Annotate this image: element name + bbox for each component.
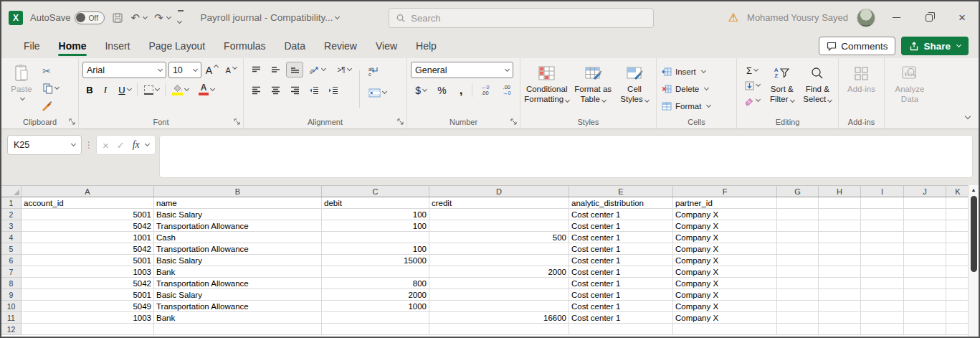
vertical-scrollbar[interactable]: ▲ bbox=[968, 185, 979, 337]
paste-button[interactable]: Paste bbox=[5, 62, 38, 116]
cell-K3[interactable] bbox=[946, 220, 970, 232]
cell-I7[interactable] bbox=[861, 266, 904, 278]
autosave-control[interactable]: AutoSave Off bbox=[30, 11, 105, 24]
cell-J3[interactable] bbox=[904, 220, 946, 232]
column-header-C[interactable]: C bbox=[322, 186, 429, 197]
cell-J11[interactable] bbox=[904, 312, 946, 324]
cell-H7[interactable] bbox=[819, 266, 861, 278]
cell-J6[interactable] bbox=[904, 255, 946, 266]
cell-E12[interactable] bbox=[569, 324, 673, 335]
format-as-table-button[interactable]: Format as Table bbox=[572, 62, 614, 116]
cell-E6[interactable]: Cost center 1 bbox=[569, 255, 673, 266]
cell-E3[interactable]: Cost center 1 bbox=[569, 220, 673, 232]
cell-E1[interactable]: analytic_distribution bbox=[569, 197, 673, 209]
column-header-I[interactable]: I bbox=[861, 186, 904, 197]
cell-H4[interactable] bbox=[819, 232, 861, 243]
italic-button[interactable]: I bbox=[98, 82, 113, 98]
insert-cells-button[interactable]: Insert bbox=[660, 64, 733, 79]
column-header-D[interactable]: D bbox=[429, 186, 569, 197]
wrap-text-button[interactable]: abc bbox=[363, 63, 384, 79]
cell-H2[interactable] bbox=[819, 209, 861, 220]
row-header-1[interactable]: 1 bbox=[1, 197, 22, 209]
cell-C7[interactable] bbox=[322, 266, 429, 278]
user-avatar[interactable] bbox=[857, 9, 875, 27]
cut-button[interactable]: ✂ bbox=[38, 63, 55, 79]
tab-home[interactable]: Home bbox=[49, 34, 96, 58]
cell-H9[interactable] bbox=[819, 289, 861, 301]
maximize-button[interactable] bbox=[917, 7, 941, 29]
cell-H5[interactable] bbox=[819, 243, 861, 255]
cell-D8[interactable] bbox=[429, 278, 569, 289]
cell-B12[interactable] bbox=[154, 324, 322, 335]
close-button[interactable]: × bbox=[950, 7, 974, 29]
scroll-up-icon[interactable]: ▲ bbox=[971, 185, 976, 194]
cell-A1[interactable]: account_id bbox=[22, 197, 154, 209]
cell-styles-button[interactable]: Cell Styles bbox=[617, 62, 652, 116]
cell-A12[interactable] bbox=[22, 324, 154, 335]
row-header-10[interactable]: 10 bbox=[1, 301, 22, 312]
cell-G6[interactable] bbox=[777, 255, 819, 266]
cell-K12[interactable] bbox=[946, 324, 970, 335]
comments-button[interactable]: Comments bbox=[819, 37, 895, 55]
tab-data[interactable]: Data bbox=[275, 34, 315, 58]
column-header-B[interactable]: B bbox=[154, 186, 322, 197]
cell-D6[interactable] bbox=[429, 255, 569, 266]
cell-I5[interactable] bbox=[861, 243, 904, 255]
cell-G5[interactable] bbox=[777, 243, 819, 255]
cell-K4[interactable] bbox=[946, 232, 970, 243]
column-header-J[interactable]: J bbox=[904, 186, 946, 197]
cell-K1[interactable] bbox=[946, 197, 970, 209]
cell-G12[interactable] bbox=[777, 324, 819, 335]
row-header-3[interactable]: 3 bbox=[1, 220, 22, 232]
align-left-button[interactable] bbox=[247, 83, 265, 98]
row-header-6[interactable]: 6 bbox=[1, 255, 22, 266]
fill-button[interactable] bbox=[741, 78, 763, 93]
cell-G8[interactable] bbox=[777, 278, 819, 289]
borders-button[interactable] bbox=[139, 82, 163, 98]
cell-C6[interactable]: 15000 bbox=[322, 255, 429, 266]
cell-G11[interactable] bbox=[777, 312, 819, 324]
cell-A5[interactable]: 5042 bbox=[22, 243, 154, 255]
percent-style-button[interactable]: % bbox=[434, 83, 450, 98]
document-title[interactable]: Payroll journal - Compatibility... bbox=[201, 12, 339, 23]
cell-B1[interactable]: name bbox=[154, 197, 322, 209]
cell-B7[interactable]: Bank bbox=[154, 266, 322, 278]
row-header-4[interactable]: 4 bbox=[1, 232, 22, 243]
reading-order-button[interactable]: >¶ bbox=[332, 62, 356, 78]
find-select-button[interactable]: Find & Select bbox=[801, 62, 835, 116]
cancel-button[interactable]: × bbox=[103, 140, 109, 151]
cell-F10[interactable]: Company X bbox=[673, 301, 777, 312]
decrease-indent-button[interactable] bbox=[305, 83, 323, 98]
clipboard-dialog-launcher[interactable] bbox=[69, 118, 76, 126]
cell-A6[interactable]: 5001 bbox=[22, 255, 154, 266]
fill-color-button[interactable] bbox=[167, 82, 193, 98]
cell-E4[interactable]: Cost center 1 bbox=[569, 232, 673, 243]
cell-F7[interactable]: Company X bbox=[673, 266, 777, 278]
cell-J7[interactable] bbox=[904, 266, 946, 278]
cell-J2[interactable] bbox=[904, 209, 946, 220]
collapse-ribbon-button[interactable] bbox=[964, 108, 970, 121]
cell-B9[interactable]: Basic Salary bbox=[154, 289, 322, 301]
name-box[interactable]: K25 bbox=[7, 135, 82, 155]
cell-G3[interactable] bbox=[777, 220, 819, 232]
autosum-button[interactable]: Σ bbox=[741, 63, 763, 78]
decrease-decimal-button[interactable]: .00→0 bbox=[498, 83, 516, 98]
cell-G10[interactable] bbox=[777, 301, 819, 312]
redo-button[interactable]: ↷ bbox=[154, 11, 171, 24]
column-header-G[interactable]: G bbox=[777, 186, 819, 197]
cell-J9[interactable] bbox=[904, 289, 946, 301]
cell-B10[interactable]: Transportation Allowance bbox=[154, 301, 322, 312]
cell-K5[interactable] bbox=[946, 243, 970, 255]
cell-D2[interactable] bbox=[429, 209, 569, 220]
number-format-combobox[interactable]: General bbox=[411, 62, 513, 78]
row-header-8[interactable]: 8 bbox=[1, 278, 22, 289]
enter-button[interactable]: ✓ bbox=[117, 140, 125, 151]
cell-H8[interactable] bbox=[819, 278, 861, 289]
formula-input[interactable] bbox=[159, 135, 973, 178]
autosave-toggle[interactable]: Off bbox=[75, 11, 105, 24]
cell-I11[interactable] bbox=[861, 312, 904, 324]
row-header-12[interactable]: 12 bbox=[1, 324, 22, 335]
increase-decimal-button[interactable]: ←0.00 bbox=[475, 83, 494, 98]
cell-J1[interactable] bbox=[904, 197, 946, 209]
cell-C1[interactable]: debit bbox=[322, 197, 429, 209]
